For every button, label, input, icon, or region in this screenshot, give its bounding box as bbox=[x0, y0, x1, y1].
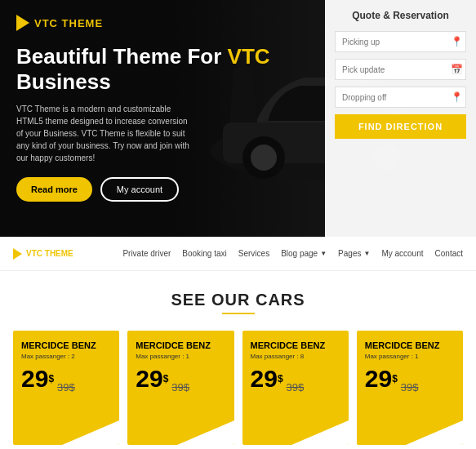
car-card-3-old-price: 39$ bbox=[401, 381, 419, 393]
car-card-3-passengers: Max passanger : 1 bbox=[365, 353, 455, 360]
nav-logo-text: VTC THEME bbox=[26, 249, 73, 258]
pickup-input-wrapper: 📍 bbox=[335, 31, 466, 52]
my-account-hero-button[interactable]: My account bbox=[100, 177, 179, 202]
nav-contact[interactable]: Contact bbox=[435, 249, 463, 258]
car-card-0-price: 29$ bbox=[21, 367, 54, 391]
nav-logo: VTC THEME bbox=[13, 248, 73, 260]
quote-title: Quote & Reservation bbox=[335, 10, 466, 21]
nav-services[interactable]: Services bbox=[238, 249, 269, 258]
car-card-1-price-unit: $ bbox=[163, 373, 169, 385]
nav-my-account[interactable]: My account bbox=[381, 249, 423, 258]
read-more-button[interactable]: Read more bbox=[16, 177, 92, 202]
nav-private-driver[interactable]: Private driver bbox=[122, 249, 171, 258]
location2-icon: 📍 bbox=[451, 91, 463, 103]
car-card-0-price-main: 29 bbox=[21, 365, 48, 392]
calendar-icon: 📅 bbox=[451, 64, 463, 75]
hero-content: VTC THEME Beautiful Theme For VTC Busine… bbox=[0, 0, 476, 237]
car-card-2-content: MERCIDCE BENZ Max passanger : 8 29$ 39$ bbox=[242, 331, 349, 400]
hero-title-part1: Beautiful Theme For bbox=[16, 44, 228, 69]
dropoff-input-wrapper: 📍 bbox=[335, 87, 466, 108]
hero-logo: VTC THEME bbox=[16, 15, 309, 31]
car-card-0-price-row: 29$ 39$ bbox=[21, 367, 111, 393]
car-card-0-name: MERCIDCE BENZ bbox=[21, 340, 111, 351]
navbar: VTC THEME Private driver Booking taxi Se… bbox=[0, 237, 476, 271]
hero-title-part2: Business bbox=[16, 69, 111, 94]
nav-pages[interactable]: Pages ▼ bbox=[338, 249, 370, 258]
section-underline bbox=[222, 313, 255, 314]
find-direction-button[interactable]: FIND DIRECTION bbox=[335, 114, 466, 139]
car-card-1-old-price: 39$ bbox=[171, 381, 189, 393]
pickup-input[interactable] bbox=[342, 38, 446, 47]
date-input-wrapper: 📅 bbox=[335, 59, 466, 80]
cars-grid: MERCIDCE BENZ Max passanger : 2 29$ 39$ … bbox=[13, 331, 463, 445]
car-card-2-name: MERCIDCE BENZ bbox=[251, 340, 340, 351]
logo-icon bbox=[16, 15, 29, 31]
hero-buttons: Read more My account bbox=[16, 177, 309, 202]
cars-section: SEE OUR CARS MERCIDCE BENZ Max passanger… bbox=[0, 271, 476, 449]
car-card-1-content: MERCIDCE BENZ Max passanger : 1 29$ 39$ bbox=[127, 331, 234, 400]
car-card-3[interactable]: MERCIDCE BENZ Max passanger : 1 29$ 39$ bbox=[357, 331, 463, 445]
nav-blog-page[interactable]: Blog page ▼ bbox=[281, 249, 327, 258]
car-card-0-content: MERCIDCE BENZ Max passanger : 2 29$ 39$ bbox=[13, 331, 119, 400]
car-card-0-old-price: 39$ bbox=[57, 381, 75, 393]
location-icon: 📍 bbox=[451, 36, 463, 47]
hero-section: VTC THEME Beautiful Theme For VTC Busine… bbox=[0, 0, 476, 237]
pages-dropdown-icon: ▼ bbox=[363, 250, 370, 257]
nav-links: Private driver Booking taxi Services Blo… bbox=[90, 249, 463, 258]
quote-panel: Quote & Reservation 📍 📅 📍 FIND DIRECTION bbox=[325, 0, 476, 237]
car-card-3-name: MERCIDCE BENZ bbox=[365, 340, 455, 351]
car-card-2-old-price: 39$ bbox=[287, 381, 305, 393]
car-card-2[interactable]: MERCIDCE BENZ Max passanger : 8 29$ 39$ bbox=[242, 331, 349, 445]
car-card-3-price-unit: $ bbox=[392, 373, 398, 385]
date-input[interactable] bbox=[342, 65, 446, 74]
dropoff-input[interactable] bbox=[342, 93, 446, 102]
car-card-3-content: MERCIDCE BENZ Max passanger : 1 29$ 39$ bbox=[357, 331, 463, 400]
car-card-0[interactable]: MERCIDCE BENZ Max passanger : 2 29$ 39$ bbox=[13, 331, 119, 445]
car-card-1-price: 29$ bbox=[136, 367, 168, 391]
car-card-1-name: MERCIDCE BENZ bbox=[136, 340, 225, 351]
hero-title-accent: VTC bbox=[228, 44, 270, 69]
car-card-2-price-main: 29 bbox=[251, 365, 278, 392]
hero-title: Beautiful Theme For VTC Business bbox=[16, 44, 309, 95]
car-card-3-price: 29$ bbox=[365, 367, 398, 391]
car-card-2-passengers: Max passanger : 8 bbox=[251, 353, 340, 360]
car-card-0-passengers: Max passanger : 2 bbox=[21, 353, 111, 360]
car-card-2-price-unit: $ bbox=[278, 373, 283, 385]
cars-section-title: SEE OUR CARS bbox=[13, 291, 463, 309]
nav-booking-taxi[interactable]: Booking taxi bbox=[182, 249, 226, 258]
hero-left-panel: VTC THEME Beautiful Theme For VTC Busine… bbox=[0, 0, 325, 237]
car-card-1[interactable]: MERCIDCE BENZ Max passanger : 1 29$ 39$ bbox=[127, 331, 234, 445]
car-card-1-price-main: 29 bbox=[136, 365, 162, 392]
car-card-1-passengers: Max passanger : 1 bbox=[136, 353, 225, 360]
nav-logo-icon bbox=[13, 248, 22, 260]
hero-description: VTC Theme is a modern and customizable H… bbox=[16, 103, 196, 164]
logo-text: VTC THEME bbox=[34, 17, 103, 29]
car-card-3-price-main: 29 bbox=[365, 365, 392, 392]
car-card-1-price-row: 29$ 39$ bbox=[136, 367, 225, 393]
car-card-2-price-row: 29$ 39$ bbox=[251, 367, 340, 393]
car-card-0-price-unit: $ bbox=[48, 373, 54, 385]
blog-dropdown-icon: ▼ bbox=[320, 250, 327, 257]
car-card-3-price-row: 29$ 39$ bbox=[365, 367, 455, 393]
car-card-2-price: 29$ bbox=[251, 367, 283, 391]
